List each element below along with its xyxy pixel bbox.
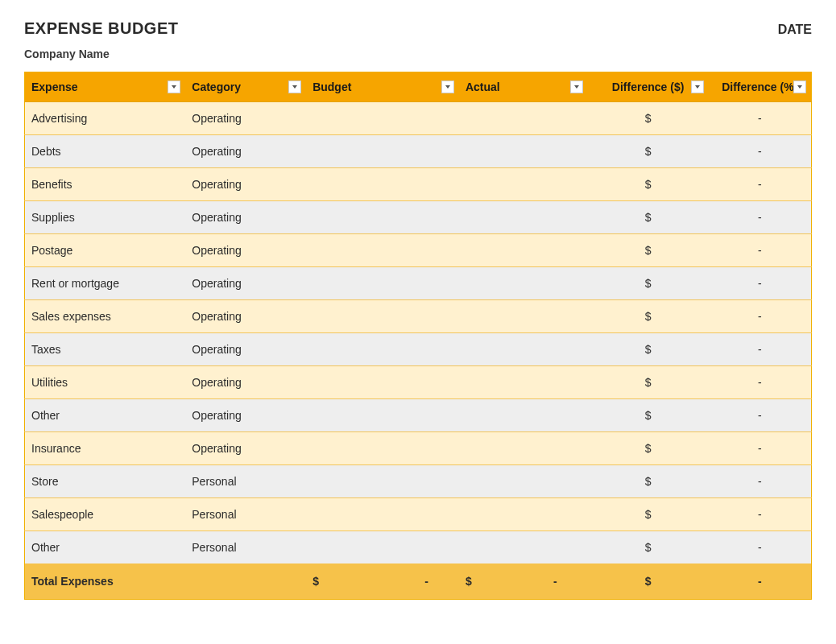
cell-diff-percent: - <box>709 201 812 234</box>
cell-expense: Advertising <box>25 102 186 135</box>
cell-diff-dollar: $ <box>588 333 709 366</box>
cell-category: Operating <box>185 102 306 135</box>
filter-button-diff-dollar[interactable] <box>691 80 704 93</box>
total-label: Total Expenses <box>25 564 186 600</box>
cell-expense: Debts <box>25 135 186 168</box>
cell-diff-dollar: $ <box>588 432 709 465</box>
cell-diff-dollar: $ <box>588 102 709 135</box>
cell-budget <box>306 168 459 201</box>
total-actual-value: - <box>553 575 557 588</box>
table-row: InsuranceOperating$- <box>25 432 812 465</box>
total-budget-value: - <box>424 575 428 588</box>
expense-table: Expense Category Budget Actual <box>24 72 812 600</box>
cell-diff-percent: - <box>709 333 812 366</box>
cell-diff-percent: - <box>709 234 812 267</box>
cell-category: Personal <box>185 498 306 531</box>
filter-button-budget[interactable] <box>441 80 454 93</box>
filter-button-category[interactable] <box>288 80 301 93</box>
cell-diff-percent: - <box>709 432 812 465</box>
col-header-label: Budget <box>312 80 351 93</box>
cell-expense: Postage <box>25 234 186 267</box>
cell-expense: Sales expenses <box>25 300 186 333</box>
cell-budget <box>306 399 459 432</box>
table-row: TaxesOperating$- <box>25 333 812 366</box>
cell-expense: Store <box>25 465 186 498</box>
cell-actual <box>459 300 588 333</box>
col-header-label: Difference ($) <box>612 80 684 93</box>
col-header-actual: Actual <box>459 72 588 102</box>
cell-budget <box>306 432 459 465</box>
cell-category: Operating <box>185 135 306 168</box>
chevron-down-icon <box>797 84 803 90</box>
cell-diff-dollar: $ <box>588 234 709 267</box>
cell-diff-dollar: $ <box>588 201 709 234</box>
cell-actual <box>459 135 588 168</box>
chevron-down-icon <box>445 84 451 90</box>
cell-category: Operating <box>185 399 306 432</box>
cell-category: Personal <box>185 465 306 498</box>
cell-diff-percent: - <box>709 102 812 135</box>
table-row: SuppliesOperating$- <box>25 201 812 234</box>
cell-expense: Benefits <box>25 168 186 201</box>
cell-diff-percent: - <box>709 465 812 498</box>
table-row: StorePersonal$- <box>25 465 812 498</box>
table-row: Rent or mortgageOperating$- <box>25 267 812 300</box>
total-category <box>185 564 306 600</box>
cell-category: Operating <box>185 300 306 333</box>
col-header-label: Actual <box>466 80 500 93</box>
cell-budget <box>306 498 459 531</box>
cell-diff-dollar: $ <box>588 465 709 498</box>
cell-budget <box>306 234 459 267</box>
cell-expense: Supplies <box>25 201 186 234</box>
cell-actual <box>459 399 588 432</box>
cell-diff-dollar: $ <box>588 531 709 564</box>
cell-actual <box>459 432 588 465</box>
cell-actual <box>459 498 588 531</box>
chevron-down-icon <box>292 84 298 90</box>
col-header-label: Difference (%) <box>722 80 797 93</box>
cell-expense: Taxes <box>25 333 186 366</box>
cell-budget <box>306 267 459 300</box>
col-header-category: Category <box>185 72 306 102</box>
cell-budget <box>306 366 459 399</box>
table-row: PostageOperating$- <box>25 234 812 267</box>
cell-diff-percent: - <box>709 531 812 564</box>
total-row: Total Expenses $ - $ - $ - <box>25 564 812 600</box>
table-row: OtherPersonal$- <box>25 531 812 564</box>
cell-diff-percent: - <box>709 168 812 201</box>
cell-budget <box>306 201 459 234</box>
table-header-row: Expense Category Budget Actual <box>25 72 812 102</box>
cell-expense: Other <box>25 531 186 564</box>
table-row: DebtsOperating$- <box>25 135 812 168</box>
currency-symbol: $ <box>312 575 319 588</box>
cell-actual <box>459 201 588 234</box>
total-budget: $ - <box>306 564 459 600</box>
cell-category: Operating <box>185 432 306 465</box>
col-header-diff-percent: Difference (%) <box>709 72 812 102</box>
cell-diff-dollar: $ <box>588 300 709 333</box>
chevron-down-icon <box>694 84 701 90</box>
total-diff-percent: - <box>709 564 812 600</box>
cell-diff-dollar: $ <box>588 168 709 201</box>
cell-diff-dollar: $ <box>588 135 709 168</box>
cell-expense: Other <box>25 399 186 432</box>
filter-button-expense[interactable] <box>168 80 180 93</box>
cell-budget <box>306 333 459 366</box>
col-header-diff-dollar: Difference ($) <box>588 72 709 102</box>
cell-budget <box>306 531 459 564</box>
cell-diff-percent: - <box>709 399 812 432</box>
filter-button-diff-percent[interactable] <box>793 80 806 93</box>
cell-diff-dollar: $ <box>588 267 709 300</box>
cell-diff-percent: - <box>709 267 812 300</box>
cell-diff-dollar: $ <box>588 399 709 432</box>
cell-diff-percent: - <box>709 366 812 399</box>
cell-category: Operating <box>185 168 306 201</box>
cell-diff-percent: - <box>709 498 812 531</box>
total-diff-dollar: $ <box>588 564 709 600</box>
filter-button-actual[interactable] <box>570 80 583 93</box>
table-row: BenefitsOperating$- <box>25 168 812 201</box>
cell-actual <box>459 102 588 135</box>
cell-category: Personal <box>185 531 306 564</box>
table-row: UtilitiesOperating$- <box>25 366 812 399</box>
cell-actual <box>459 168 588 201</box>
